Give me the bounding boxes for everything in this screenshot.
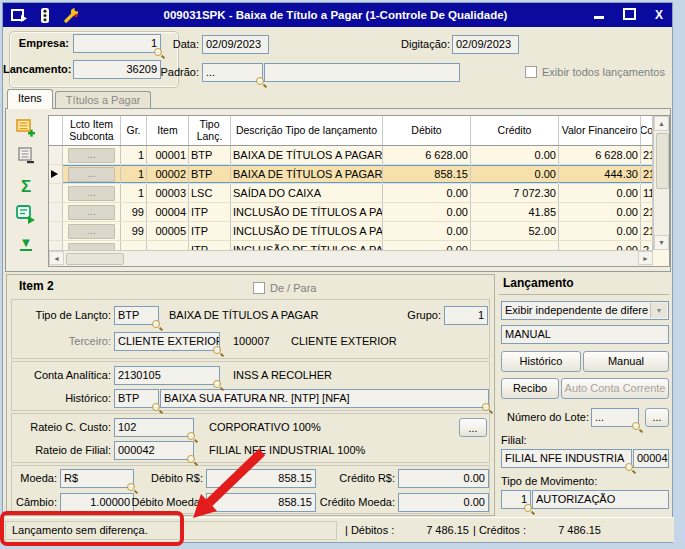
col-debito[interactable]: Débito [383,116,471,145]
rateio-cc-field[interactable]: 102 [114,418,194,437]
lookup-icon[interactable] [256,77,266,87]
rateio-dots-button[interactable]: ... [459,418,487,437]
col-tipo-lanc[interactable]: Tipo Lanç. [189,116,231,145]
lote-dots-button[interactable]: ... [645,408,669,427]
historico-text-field[interactable]: BAIXA SUA FATURA NR. [NTP] [NFA] [160,389,489,408]
lookup-icon[interactable] [524,504,534,514]
lookup-icon[interactable] [213,380,223,390]
table-row[interactable]: ... 1 00002 BTP BAIXA DE TÍTULOS A PAGAR… [49,165,653,184]
remove-item-icon[interactable] [15,145,37,167]
lookup-icon[interactable] [187,432,197,442]
moeda-field[interactable]: R$ [60,469,134,488]
table-row[interactable]: ... 99 00004 ITP INCLUSÃO DE TÍTULOS A P… [49,203,653,222]
auto-conta-corrente-button[interactable]: Auto Conta Corrente [561,378,669,399]
recibo-button[interactable]: Recibo [501,378,559,399]
col-lcto-item-subconta[interactable]: Lcto Item Subconta [63,116,121,145]
historico-code-field[interactable]: BTP [114,389,159,408]
padrao-field[interactable]: ... [202,63,263,82]
lookup-icon[interactable] [625,463,635,473]
subconta-button[interactable]: ... [68,148,115,163]
numero-lote-field[interactable]: ... [591,408,639,427]
tipo-movimento-code-field[interactable]: 1 [501,490,531,509]
subconta-button[interactable]: ... [68,167,115,182]
form-window-icon[interactable] [9,6,29,24]
lookup-icon[interactable] [632,422,642,432]
tab-itens[interactable]: Itens [7,89,53,109]
data-field[interactable]: 02/09/2023 [202,35,269,54]
lookup-icon[interactable] [213,346,223,356]
hscroll-thumb[interactable] [66,253,124,265]
tipo-lancto-field[interactable]: BTP [114,306,159,325]
rateio-cc-desc: CORPORATIVO 100% [209,418,321,437]
vscroll-thumb[interactable] [656,133,669,189]
maximize-icon[interactable] [622,8,636,23]
subconta-button[interactable]: ... [68,186,115,201]
wrench-icon[interactable] [61,6,81,24]
de-para-checkbox[interactable] [253,282,265,294]
conta-analitica-field[interactable]: 2130105 [114,366,220,385]
row-selector[interactable] [49,203,63,221]
grid-horizontal-scrollbar[interactable]: ◄ ► [49,250,653,266]
chevron-down-icon[interactable]: ▼ [650,303,667,318]
lookup-icon[interactable] [152,320,162,330]
lookup-icon[interactable] [154,48,164,58]
row-selector[interactable] [49,222,63,240]
filial-code-field[interactable]: 000042 [633,449,669,468]
col-valor-financeiro[interactable]: Valor Financeiro [559,116,641,145]
subconta-button[interactable]: ... [68,205,115,220]
digitacao-field[interactable]: 02/09/2023 [452,35,519,54]
scroll-up-icon[interactable]: ▲ [654,116,669,131]
manual-button[interactable]: Manual [583,351,669,372]
gr-cell: 1 [121,165,147,183]
traffic-light-icon[interactable] [35,6,55,24]
tab-titulos-a-pagar[interactable]: Títulos a Pagar [55,91,152,109]
item-cell: 00004 [147,203,189,221]
terceiro-code: 100007 [233,332,270,351]
col-gr[interactable]: Gr. [121,116,147,145]
valor-financeiro-cell: 0.00 [559,241,641,250]
scroll-left-icon[interactable]: ◄ [49,251,64,265]
tipo-movimento-field[interactable]: AUTORIZAÇÃO [532,490,669,509]
lookup-icon[interactable] [152,403,162,413]
padrao-desc-field[interactable] [264,63,460,82]
subconta-button[interactable]: ... [68,224,115,239]
data-label: Data: [163,35,199,54]
rateio-filial-field[interactable]: 000042 [114,441,194,460]
col-descricao[interactable]: Descrição Tipo de lançamento [231,116,383,145]
minimize-icon[interactable] [592,8,606,22]
exibir-todos-checkbox[interactable] [525,66,537,78]
empresa-label: Empresa: [7,34,69,53]
row-selector[interactable] [49,146,63,164]
scroll-right-icon[interactable]: ► [638,251,653,265]
lookup-icon[interactable] [482,403,492,413]
filial-name-field[interactable]: FILIAL NFE INDUSTRIA [501,449,632,468]
empresa-field[interactable]: 1 [73,34,161,53]
close-icon[interactable]: X [652,8,666,22]
col-co[interactable]: Co [641,116,653,145]
cambio-field[interactable]: 1.00000 [60,493,134,512]
row-selector[interactable] [49,165,63,183]
process-item-icon[interactable] [15,203,37,225]
grupo-field[interactable]: 1 [444,306,488,325]
move-down-icon[interactable]: ▼ [15,233,37,255]
add-item-icon[interactable] [15,117,37,139]
table-row[interactable]: ... 1 00001 BTP BAIXA DE TÍTULOS A PAGAR… [49,146,653,165]
scroll-down-icon[interactable]: ▼ [654,235,669,250]
subconta-button[interactable]: ... [68,243,115,250]
historico-button[interactable]: Histórico [501,351,581,372]
table-row[interactable]: ... ITP INCLUSÃO DE TÍTULOS A PAGAR 0.00… [49,241,653,250]
lancamento-field[interactable]: 36209 [73,60,161,79]
sum-icon[interactable]: Σ [15,175,37,197]
col-item[interactable]: Item [147,116,189,145]
terceiro-field[interactable]: CLIENTE EXTERIOR [114,332,220,351]
manual-field[interactable]: MANUAL [501,325,669,344]
row-selector[interactable] [49,241,63,250]
table-row[interactable]: ... 99 00005 ITP INCLUSÃO DE TÍTULOS A P… [49,222,653,241]
row-selector[interactable] [49,184,63,202]
lookup-icon[interactable] [127,483,137,493]
lookup-icon[interactable] [187,455,197,465]
col-credito[interactable]: Crédito [471,116,559,145]
exibir-dropdown[interactable]: Exibir independente de difere ▼ [501,301,669,320]
table-row[interactable]: ... 1 00003 LSC SAÍDA DO CAIXA 0.00 7 07… [49,184,653,203]
grid-vertical-scrollbar[interactable]: ▲ ▼ [653,116,669,250]
